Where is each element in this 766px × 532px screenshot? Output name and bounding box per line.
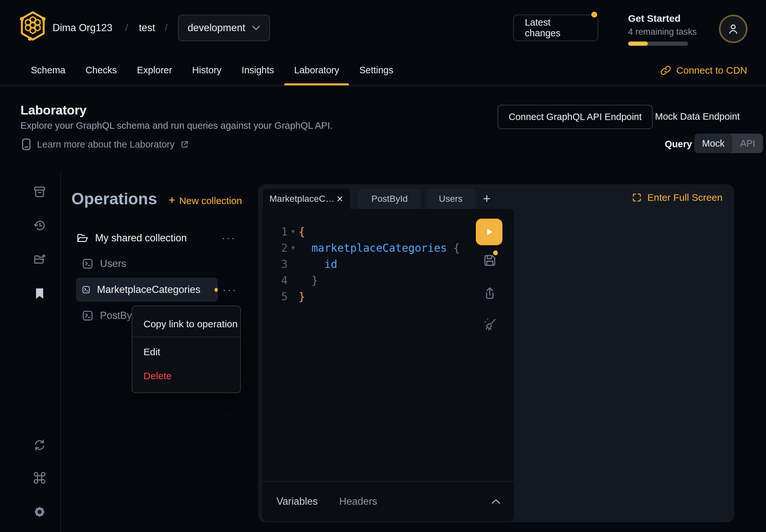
- tab-history[interactable]: History: [192, 55, 221, 85]
- mock-data-endpoint-button[interactable]: Mock Data Endpoint: [655, 111, 740, 122]
- new-collection-button[interactable]: + New collection: [168, 193, 242, 207]
- fold-marker[interactable]: ▾: [287, 244, 298, 252]
- collection-menu-button[interactable]: ···: [222, 232, 236, 243]
- tab-schema[interactable]: Schema: [31, 55, 65, 85]
- query-mode-api[interactable]: API: [732, 134, 763, 153]
- code-line: 4 }: [266, 272, 472, 288]
- code-token: marketplaceCategories: [311, 242, 447, 254]
- operation-row-users[interactable]: Users: [82, 257, 126, 270]
- collapse-panel-button[interactable]: [491, 499, 501, 504]
- app-window: Dima Org123 / test / development Latest …: [0, 0, 766, 532]
- operation-menu-button[interactable]: ···: [223, 284, 237, 295]
- person-icon: [727, 22, 740, 35]
- operation-icon: [82, 258, 93, 270]
- get-started-widget[interactable]: Get Started 4 remaining tasks: [628, 13, 697, 46]
- connect-to-cdn-link[interactable]: Connect to CDN: [660, 55, 747, 85]
- prettify-query-button[interactable]: [482, 317, 497, 332]
- query-mode-mock[interactable]: Mock: [694, 134, 732, 153]
- collection-row[interactable]: My shared collection: [76, 232, 187, 245]
- learn-more-link[interactable]: Learn more about the Laboratory: [21, 138, 189, 151]
- get-started-progress-track: [628, 42, 688, 46]
- folder-open-icon: [76, 232, 89, 244]
- code-line: 1 ▾ {: [266, 224, 472, 240]
- menu-item-edit[interactable]: Edit: [143, 346, 160, 357]
- page-subtitle: Explore your GraphQL schema and run quer…: [20, 120, 333, 131]
- history-icon[interactable]: [33, 219, 46, 232]
- sync-icon[interactable]: [33, 439, 46, 452]
- laboratory-editor-panel: MarketplaceC… PostById Users +: [258, 184, 734, 522]
- collections-box-icon[interactable]: [33, 186, 46, 199]
- get-started-progress-fill: [628, 42, 648, 46]
- get-started-tasks: 4 remaining tasks: [628, 27, 697, 37]
- command-palette-icon[interactable]: [33, 471, 46, 484]
- code-line: 5 }: [266, 288, 472, 305]
- fold-marker[interactable]: ▾: [287, 227, 298, 236]
- code-token: }: [298, 274, 318, 287]
- connect-to-cdn-label: Connect to CDN: [676, 65, 747, 76]
- new-folder-icon[interactable]: [33, 253, 46, 266]
- editor-tab-label: Users: [439, 194, 463, 204]
- execute-query-button[interactable]: [476, 219, 503, 245]
- tab-explorer[interactable]: Explorer: [137, 55, 172, 85]
- menu-divider: [132, 337, 240, 337]
- latest-changes-button[interactable]: Latest changes: [513, 15, 598, 41]
- breadcrumb-separator2: /: [165, 22, 167, 33]
- editor-tab-postbyid[interactable]: PostById: [358, 189, 421, 209]
- operation-row-marketplacecategories[interactable]: MarketplaceCategories: [76, 278, 218, 302]
- chevron-up-icon: [491, 499, 501, 504]
- headers-tab[interactable]: Headers: [339, 496, 377, 507]
- line-number: 1: [266, 225, 287, 238]
- menu-item-copy-link[interactable]: Copy link to operation: [143, 319, 237, 330]
- editor-bottom-bar: Variables Headers: [262, 481, 514, 521]
- latest-changes-badge-dot: [591, 12, 597, 18]
- connect-endpoint-button[interactable]: Connect GraphQL API Endpoint: [498, 105, 653, 129]
- query-editor[interactable]: 1 ▾ { 2 ▾ marketplaceCategories { 3 id 4: [262, 209, 514, 521]
- environment-dropdown[interactable]: development: [178, 15, 270, 41]
- tab-checks[interactable]: Checks: [85, 55, 117, 85]
- rail-divider: [60, 172, 61, 532]
- code-token: [298, 242, 311, 254]
- close-icon[interactable]: [336, 195, 343, 202]
- environment-label: development: [188, 22, 245, 34]
- editor-tab-marketplacecategories[interactable]: MarketplaceC…: [263, 189, 350, 209]
- link-icon: [660, 65, 671, 76]
- line-number: 2: [266, 242, 287, 254]
- mock-data-endpoint-label: Mock Data Endpoint: [655, 111, 740, 122]
- new-tab-button[interactable]: +: [483, 191, 491, 206]
- latest-changes-label: Latest changes: [525, 17, 587, 39]
- operation-name: MarketplaceCategories: [97, 284, 201, 296]
- line-number: 4: [266, 274, 287, 287]
- tab-insights[interactable]: Insights: [241, 55, 274, 85]
- operation-context-menu: Copy link to operation Edit Delete: [132, 306, 241, 393]
- hive-logo-icon: [19, 10, 47, 42]
- operation-name: Users: [100, 258, 126, 270]
- learn-more-label: Learn more about the Laboratory: [37, 139, 175, 150]
- settings-gear-icon[interactable]: [33, 505, 46, 518]
- breadcrumb-project[interactable]: test: [139, 22, 155, 34]
- book-icon: [21, 138, 31, 151]
- external-link-icon: [180, 140, 189, 149]
- code-token: [447, 242, 454, 254]
- variables-tab[interactable]: Variables: [276, 496, 318, 507]
- tab-laboratory[interactable]: Laboratory: [294, 55, 339, 85]
- connect-endpoint-label: Connect GraphQL API Endpoint: [509, 112, 642, 122]
- operation-icon: [82, 284, 91, 296]
- editor-tab-users[interactable]: Users: [426, 189, 476, 209]
- breadcrumb-org[interactable]: Dima Org123: [53, 22, 112, 34]
- enter-fullscreen-button[interactable]: Enter Full Screen: [632, 192, 723, 203]
- query-code[interactable]: 1 ▾ { 2 ▾ marketplaceCategories { 3 id 4: [266, 224, 472, 305]
- tab-settings[interactable]: Settings: [359, 55, 394, 85]
- menu-item-delete[interactable]: Delete: [143, 370, 172, 381]
- code-line: 2 ▾ marketplaceCategories {: [266, 240, 472, 256]
- line-number: 5: [266, 290, 287, 303]
- plus-icon: +: [168, 193, 175, 207]
- code-line: 3 id: [266, 256, 472, 272]
- user-avatar[interactable]: [719, 15, 748, 43]
- share-operation-button[interactable]: [483, 286, 497, 300]
- line-number: 3: [266, 258, 287, 271]
- unsaved-save-dot: [493, 250, 498, 255]
- bookmarks-icon[interactable]: [33, 287, 46, 300]
- code-token: id: [324, 258, 337, 271]
- code-token: [298, 258, 324, 271]
- hive-logo[interactable]: [19, 10, 47, 42]
